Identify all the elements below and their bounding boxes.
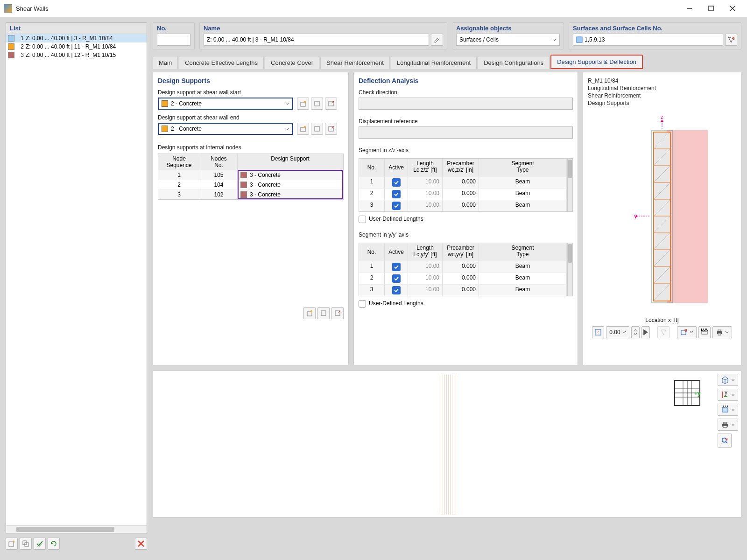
check-button[interactable] [34, 538, 46, 550]
segment-z-label: Segment in z/z'-axis [359, 147, 573, 154]
reset-view-button[interactable] [718, 434, 732, 448]
location-label: Location x [ft] [588, 317, 736, 323]
active-checkbox[interactable] [392, 178, 401, 187]
print-view-button[interactable] [718, 419, 738, 431]
active-checkbox[interactable] [392, 274, 401, 283]
delete-button[interactable] [135, 538, 147, 550]
tab-main[interactable]: Main [153, 56, 178, 69]
tab-longitudinal-reinforcement[interactable]: Longitudinal Reinforcement [391, 56, 477, 69]
edit-row-button[interactable] [317, 307, 330, 319]
name-input[interactable]: Z: 0.00 ... 40.00 ft | 3 - R_M1 10/84 [204, 34, 429, 46]
chevron-down-icon [285, 126, 289, 131]
surface-icon [576, 36, 583, 43]
design-supports-panel: Design Supports Design support at shear … [153, 72, 349, 366]
tabs: MainConcrete Effective LengthsConcrete C… [153, 55, 741, 69]
end-support-combo[interactable]: 2 - Concrete [158, 123, 293, 135]
assignable-label: Assignable objects [456, 25, 560, 32]
minimize-button[interactable] [679, 1, 700, 15]
y-scrollbar[interactable] [567, 243, 573, 296]
table-row[interactable]: 210.000.000Beam [359, 188, 567, 200]
chevron-down-icon [285, 101, 289, 106]
view-1-button[interactable]: 1 [677, 326, 697, 338]
remove-support-button[interactable] [325, 98, 337, 110]
viewport-3d[interactable]: +y y 10 [153, 371, 741, 518]
svg-point-13 [304, 101, 306, 103]
svg-rect-20 [315, 126, 319, 131]
name-label: Name [204, 25, 443, 32]
active-checkbox[interactable] [392, 190, 401, 198]
tab-concrete-cover[interactable]: Concrete Cover [265, 56, 319, 69]
section-preview: z y [611, 112, 713, 312]
end-support-label: Design support at shear wall end [158, 114, 344, 121]
active-checkbox[interactable] [392, 286, 401, 294]
axis-button[interactable]: y [718, 389, 738, 401]
copy-item-button[interactable] [20, 538, 32, 550]
refresh-button[interactable] [48, 538, 60, 550]
view-mode-button[interactable] [718, 374, 738, 386]
tab-shear-reinforcement[interactable]: Shear Reinforcement [320, 56, 390, 69]
new-support-button[interactable] [297, 98, 309, 110]
svg-rect-26 [321, 311, 326, 315]
library-button[interactable] [311, 123, 323, 135]
svg-rect-24 [307, 312, 312, 316]
list-scrollbar[interactable] [6, 525, 147, 533]
table-row[interactable]: 11053 - Concrete [158, 170, 343, 180]
list-item[interactable]: 2Z: 0.00 ... 40.00 ft | 11 - R_M1 10/84 [6, 42, 147, 51]
no-label: No. [157, 25, 190, 32]
table-row[interactable]: 31023 - Concrete [158, 189, 343, 199]
edit-name-button[interactable] [431, 34, 443, 46]
deflection-panel: Deflection Analysis Check direction Disp… [353, 72, 578, 366]
svg-point-82 [722, 438, 726, 442]
table-row[interactable]: 310.000.000Beam [359, 284, 567, 296]
location-stepper[interactable] [631, 326, 640, 338]
table-row[interactable]: 21043 - Concrete [158, 180, 343, 189]
tab-design-supports-deflection[interactable]: Design Supports & Deflection [550, 55, 643, 69]
table-row[interactable]: 110.000.000Beam [359, 176, 567, 188]
scale-button[interactable]: 100 [698, 326, 711, 338]
table-row[interactable]: 210.000.000Beam [359, 273, 567, 284]
svg-rect-18 [301, 127, 305, 132]
filter-button[interactable] [657, 326, 669, 338]
z-scrollbar[interactable] [567, 158, 573, 212]
svg-text:10: 10 [722, 406, 728, 409]
displacement-ref-input[interactable] [359, 126, 573, 139]
no-input[interactable] [157, 34, 190, 46]
table-row[interactable]: 310.000.000Beam [359, 200, 567, 211]
start-support-combo[interactable]: 2 - Concrete [158, 98, 293, 110]
svg-rect-9 [577, 37, 582, 42]
remove-support-button[interactable] [325, 123, 337, 135]
list-item[interactable]: 3Z: 0.00 ... 40.00 ft | 12 - R_M1 10/15 [6, 51, 147, 59]
svg-text:y: y [725, 391, 727, 396]
udl-z-checkbox[interactable] [359, 216, 366, 223]
print-button[interactable] [712, 326, 732, 338]
svg-line-83 [726, 442, 728, 444]
svg-rect-63 [718, 330, 721, 331]
location-next-button[interactable] [641, 326, 650, 338]
udl-y-checkbox[interactable] [359, 300, 366, 308]
new-row-button[interactable] [303, 307, 316, 319]
location-value[interactable]: 0.00 [606, 326, 629, 338]
maximize-button[interactable] [700, 1, 722, 15]
app-icon [4, 4, 12, 13]
display-button[interactable]: 10 [718, 404, 738, 416]
table-row[interactable]: 110.000.000Beam [359, 261, 567, 273]
tab-concrete-effective-lengths[interactable]: Concrete Effective Lengths [179, 56, 264, 69]
assignable-select[interactable]: Surfaces / Cells [456, 34, 560, 46]
new-support-button[interactable] [297, 123, 309, 135]
svg-rect-14 [315, 101, 319, 106]
check-direction-input[interactable] [359, 98, 573, 110]
active-checkbox[interactable] [392, 202, 401, 210]
list-item[interactable]: 1Z: 0.00 ... 40.00 ft | 3 - R_M1 10/84 [6, 34, 147, 42]
location-pick-button[interactable] [592, 326, 604, 338]
new-item-button[interactable] [6, 538, 18, 550]
library-button[interactable] [311, 98, 323, 110]
delete-row-button[interactable] [331, 307, 344, 319]
segment-y-label: Segment in y/y'-axis [359, 231, 573, 238]
nav-cube[interactable]: +y [671, 377, 704, 409]
close-button[interactable] [722, 1, 743, 15]
active-checkbox[interactable] [392, 263, 401, 271]
surfaces-input[interactable]: 1,5,9,13 [573, 34, 723, 46]
list-body[interactable]: 1Z: 0.00 ... 40.00 ft | 3 - R_M1 10/842Z… [6, 34, 147, 525]
tab-design-configurations[interactable]: Design Configurations [478, 56, 550, 69]
pick-surfaces-button[interactable] [725, 34, 737, 46]
